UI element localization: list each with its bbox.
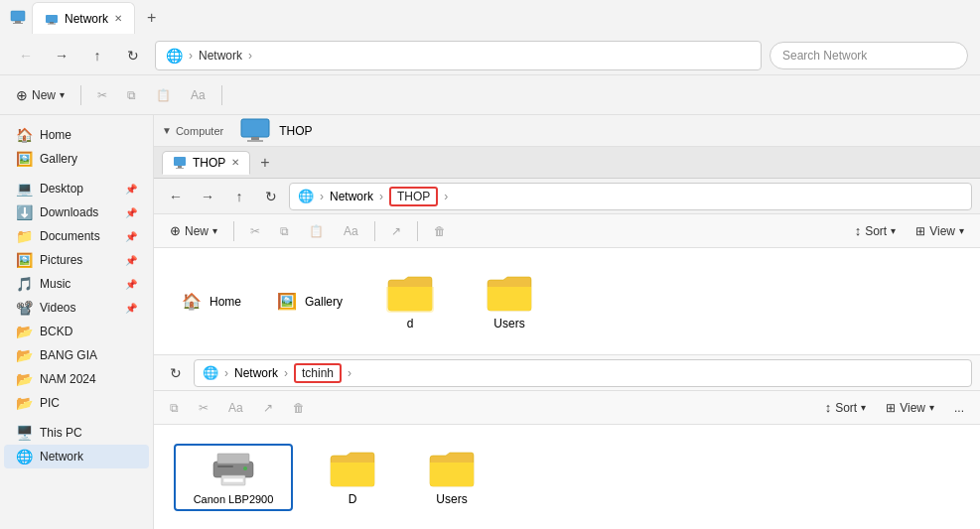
tchinh-more-button[interactable]: ... — [946, 394, 972, 422]
refresh-button[interactable]: ↻ — [119, 42, 147, 69]
sidebar-home-label: Home — [40, 128, 71, 142]
content-area: ▼ Computer THOP THOP ✕ + — [154, 115, 980, 529]
sidebar-nam2024-label: NAM 2024 — [40, 372, 96, 386]
thop-new-button[interactable]: ⊕ New ▾ — [162, 217, 225, 245]
sidebar-item-downloads[interactable]: ⬇️ Downloads 📌 — [4, 200, 149, 224]
cut-button[interactable]: ✂ — [89, 81, 115, 109]
thop-gallery-label: Gallery — [305, 295, 343, 309]
new-button[interactable]: ⊕ New ▾ — [8, 81, 72, 109]
docs-icon: 📁 — [16, 228, 32, 244]
thop-sep1 — [233, 221, 234, 241]
thop-gallery-item[interactable]: 🖼️ Gallery — [269, 288, 350, 315]
thop-network-text: Network — [330, 190, 373, 203]
sidebar-thispc-label: This PC — [40, 426, 82, 440]
sidebar-item-documents[interactable]: 📁 Documents 📌 — [4, 224, 149, 248]
main-address-bar[interactable]: 🌐 › Network › — [155, 41, 762, 70]
thop-folder-users-label: Users — [493, 317, 524, 331]
tchinh-copy-btn[interactable]: ⧉ — [162, 394, 187, 422]
sidebar-item-videos[interactable]: 📽️ Videos 📌 — [4, 296, 149, 320]
tchinh-refresh-btn[interactable]: ↻ — [162, 359, 190, 387]
thop-paste-btn[interactable]: 📋 — [301, 217, 332, 245]
forward-button[interactable]: → — [48, 42, 75, 69]
sidebar-item-nam2024[interactable]: 📂 NAM 2024 — [4, 367, 149, 391]
back-button[interactable]: ← — [12, 42, 40, 69]
tchinh-address-bar[interactable]: 🌐 › Network › tchinh › — [194, 359, 972, 387]
thop-tab-close[interactable]: ✕ — [231, 157, 239, 168]
main-tab[interactable]: Network ✕ — [32, 2, 135, 34]
pin-videos-icon: 📌 — [125, 303, 137, 314]
thop-rename-btn[interactable]: Aa — [336, 217, 366, 245]
home-icon: 🏠 — [16, 127, 32, 143]
tchinh-folder-d[interactable]: D — [313, 445, 392, 510]
thop-copy-btn[interactable]: ⧉ — [272, 217, 297, 245]
thop-forward-btn[interactable]: → — [194, 183, 221, 210]
tchinh-view-button[interactable]: ⊞ View ▾ — [878, 394, 942, 422]
title-bar: Network ✕ + — [0, 0, 980, 36]
tchinh-printer-item[interactable]: Canon LBP2900 — [174, 444, 293, 511]
sidebar-item-banggia[interactable]: 📂 BANG GIA — [4, 343, 149, 367]
thop-folder-d[interactable]: d — [370, 269, 450, 334]
thop-globe-icon: 🌐 — [298, 189, 314, 203]
thop-nav-item[interactable]: THOP — [239, 118, 312, 144]
tchinh-delete-btn[interactable]: 🗑 — [285, 394, 313, 422]
new-tab-button[interactable]: + — [139, 9, 164, 27]
tchinh-folder-users-label: Users — [436, 492, 467, 506]
thop-new-tab[interactable]: + — [254, 154, 275, 172]
tchinh-view-icon: ⊞ — [886, 401, 896, 415]
svg-rect-8 — [247, 140, 263, 142]
sidebar-desktop-label: Desktop — [40, 182, 83, 196]
thop-up-btn[interactable]: ↑ — [225, 183, 253, 210]
tchinh-folder-users-icon — [428, 449, 476, 488]
tchinh-toolbar: ⧉ ✂ Aa ↗ 🗑 ↕ Sort ▾ ⊞ View ▾ ... — [154, 391, 980, 425]
sidebar-item-network[interactable]: 🌐 Network — [4, 445, 149, 468]
tchinh-share-btn[interactable]: ↗ — [255, 394, 281, 422]
tchinh-cut-btn[interactable]: ✂ — [191, 394, 216, 422]
thop-folder-users-icon — [486, 273, 533, 313]
sidebar-network-label: Network — [40, 450, 83, 463]
music-icon: 🎵 — [16, 276, 32, 292]
tchinh-folder-users[interactable]: Users — [412, 445, 491, 510]
download-icon: ⬇️ — [16, 204, 32, 220]
thop-delete-btn[interactable]: 🗑 — [426, 217, 454, 245]
thop-sort-button[interactable]: ↕ Sort ▾ — [847, 217, 905, 245]
svg-point-16 — [243, 466, 247, 470]
tchinh-highlighted-crumb[interactable]: tchinh — [294, 363, 342, 383]
main-tab-close[interactable]: ✕ — [114, 13, 122, 24]
thop-cut-btn[interactable]: ✂ — [242, 217, 268, 245]
sidebar-item-desktop[interactable]: 💻 Desktop 📌 — [4, 177, 149, 200]
rename-button[interactable]: Aa — [183, 81, 213, 109]
thop-share-btn[interactable]: ↗ — [383, 217, 409, 245]
paste-button[interactable]: 📋 — [148, 81, 179, 109]
thop-home-item[interactable]: 🏠 Home — [174, 288, 249, 315]
sidebar-item-music[interactable]: 🎵 Music 📌 — [4, 272, 149, 296]
thop-back-btn[interactable]: ← — [162, 183, 190, 210]
copy-button[interactable]: ⧉ — [119, 81, 144, 109]
thop-view-button[interactable]: ⊞ View ▾ — [908, 217, 972, 245]
thop-address-bar[interactable]: 🌐 › Network › THOP › — [289, 183, 972, 210]
breadcrumb-sep2: › — [248, 49, 252, 63]
svg-rect-0 — [11, 11, 25, 21]
thop-folder-users[interactable]: Users — [470, 269, 549, 334]
sidebar-pics-label: Pictures — [40, 253, 82, 267]
search-box[interactable]: Search Network — [770, 42, 968, 69]
sidebar-banggia-label: BANG GIA — [40, 348, 97, 362]
globe-icon: 🌐 — [166, 48, 183, 64]
tchinh-arrow: › — [348, 366, 351, 380]
sidebar-item-pictures[interactable]: 🖼️ Pictures 📌 — [4, 248, 149, 272]
sidebar-item-thispc[interactable]: 🖥️ This PC — [4, 421, 149, 445]
thop-highlighted-crumb[interactable]: THOP — [389, 187, 438, 206]
tchinh-sort-button[interactable]: ↕ Sort ▾ — [817, 394, 875, 422]
sidebar-item-bckd[interactable]: 📂 BCKD — [4, 320, 149, 343]
sidebar-videos-label: Videos — [40, 301, 75, 315]
tchinh-sort-icon: ↕ — [825, 400, 832, 415]
svg-rect-17 — [217, 465, 233, 467]
tchinh-folder-d-label: D — [349, 492, 357, 506]
thop-tab[interactable]: THOP ✕ — [162, 151, 250, 175]
sidebar-item-gallery[interactable]: 🖼️ Gallery — [4, 147, 149, 171]
up-button[interactable]: ↑ — [83, 42, 111, 69]
sidebar-item-pic[interactable]: 📂 PIC — [4, 391, 149, 415]
sidebar-item-home[interactable]: 🏠 Home — [4, 123, 149, 147]
thop-refresh-btn[interactable]: ↻ — [257, 183, 285, 210]
tchinh-rename-btn[interactable]: Aa — [220, 394, 251, 422]
breadcrumb-sep1: › — [189, 49, 193, 63]
